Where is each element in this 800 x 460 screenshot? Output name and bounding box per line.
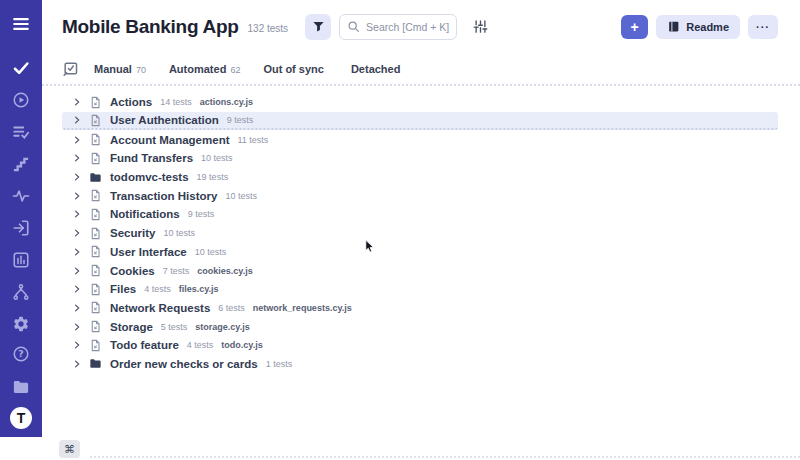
chevron-right-icon[interactable] bbox=[72, 228, 82, 238]
search-input[interactable] bbox=[339, 14, 457, 40]
sidebar-item-runs[interactable] bbox=[8, 87, 34, 113]
file-icon bbox=[89, 339, 102, 352]
menu-button[interactable] bbox=[8, 11, 34, 37]
suite-file-name: cookies.cy.js bbox=[197, 266, 252, 276]
chevron-right-icon[interactable] bbox=[72, 135, 82, 145]
suite-name: Account Management bbox=[110, 134, 230, 146]
readme-button[interactable]: Readme bbox=[656, 15, 740, 39]
chevron-right-icon[interactable] bbox=[72, 209, 82, 219]
suite-row-files[interactable]: Files 4 tests files.cy.js bbox=[62, 280, 778, 299]
sidebar-item-settings[interactable] bbox=[8, 311, 34, 337]
sidebar-item-analytics[interactable] bbox=[8, 247, 34, 273]
view-settings-button[interactable] bbox=[470, 17, 490, 37]
chevron-right-icon[interactable] bbox=[72, 191, 82, 201]
suite-row-storage[interactable]: Storage 5 tests storage.cy.js bbox=[62, 317, 778, 336]
chevron-right-icon[interactable] bbox=[72, 266, 82, 276]
suite-name: User Authentication bbox=[110, 114, 219, 126]
bulk-edit-icon[interactable] bbox=[62, 60, 79, 77]
chevron-right-icon[interactable] bbox=[72, 284, 82, 294]
suite-test-count: 4 tests bbox=[187, 340, 214, 350]
suite-name: Todo feature bbox=[110, 339, 179, 351]
sidebar-item-tests[interactable] bbox=[8, 55, 34, 81]
file-icon bbox=[89, 208, 102, 221]
plus-label: + bbox=[631, 19, 639, 35]
more-options-button[interactable]: ··· bbox=[748, 15, 778, 39]
suite-file-name: todo.cy.js bbox=[221, 340, 262, 350]
suite-row-cookies[interactable]: Cookies 7 tests cookies.cy.js bbox=[62, 261, 778, 280]
file-icon bbox=[89, 245, 102, 258]
suite-row-transaction-history[interactable]: Transaction History 10 tests bbox=[62, 186, 778, 205]
sidebar-item-projects[interactable] bbox=[8, 374, 34, 400]
funnel-icon bbox=[312, 20, 325, 33]
chevron-right-icon[interactable] bbox=[72, 359, 82, 369]
suite-row-actions[interactable]: Actions 14 tests actions.cy.js bbox=[62, 93, 778, 112]
tab-label: Out of sync bbox=[263, 63, 324, 75]
chevron-right-icon[interactable] bbox=[72, 97, 82, 107]
file-icon bbox=[89, 114, 102, 127]
suite-file-name: files.cy.js bbox=[179, 284, 219, 294]
chevron-right-icon[interactable] bbox=[72, 172, 82, 182]
keyboard-shortcuts-button[interactable]: ⌘ bbox=[59, 440, 80, 458]
suite-list: Actions 14 tests actions.cy.js User Auth… bbox=[42, 86, 800, 373]
suite-row-notifications[interactable]: Notifications 9 tests bbox=[62, 205, 778, 224]
suite-test-count: 10 tests bbox=[225, 191, 257, 201]
file-icon bbox=[89, 283, 102, 296]
tab-label: Detached bbox=[351, 63, 401, 75]
chevron-right-icon[interactable] bbox=[72, 153, 82, 163]
add-button[interactable]: + bbox=[621, 15, 648, 39]
sidebar-item-help[interactable] bbox=[8, 341, 34, 367]
import-icon bbox=[12, 219, 30, 237]
footer-divider bbox=[90, 456, 800, 458]
tab-label: Manual bbox=[94, 63, 132, 75]
suite-row-user-interface[interactable]: User Interface 10 tests bbox=[62, 243, 778, 262]
sidebar-item-steps[interactable] bbox=[8, 151, 34, 177]
sidebar-item-activity[interactable] bbox=[8, 183, 34, 209]
folder-icon bbox=[89, 357, 102, 370]
chevron-right-icon[interactable] bbox=[72, 340, 82, 350]
suite-row-todo-feature[interactable]: Todo feature 4 tests todo.cy.js bbox=[62, 336, 778, 355]
list-check-icon bbox=[12, 123, 30, 141]
help-icon bbox=[12, 345, 30, 363]
tab-automated[interactable]: Automated 62 bbox=[169, 63, 240, 75]
suite-row-security[interactable]: Security 10 tests bbox=[62, 224, 778, 243]
tab-manual[interactable]: Manual 70 bbox=[94, 63, 146, 75]
logo-letter: T bbox=[17, 410, 26, 426]
suite-row-fund-transfers[interactable]: Fund Transfers 10 tests bbox=[62, 149, 778, 168]
suite-name: Notifications bbox=[110, 208, 180, 220]
tab-out-of-sync[interactable]: Out of sync bbox=[263, 63, 328, 75]
app-window: T Mobile Banking App 132 tests + Readme … bbox=[0, 0, 800, 460]
suite-row-account-management[interactable]: Account Management 11 tests bbox=[62, 130, 778, 149]
filter-button[interactable] bbox=[305, 14, 331, 40]
sidebar-item-import[interactable] bbox=[8, 215, 34, 241]
suite-file-name: network_requests.cy.js bbox=[253, 303, 352, 313]
suite-file-name: actions.cy.js bbox=[200, 97, 253, 107]
readme-label: Readme bbox=[686, 21, 729, 33]
hamburger-menu-icon bbox=[12, 15, 30, 33]
steps-icon bbox=[12, 155, 30, 173]
sidebar-item-branches[interactable] bbox=[8, 279, 34, 305]
suite-test-count: 11 tests bbox=[238, 135, 269, 145]
suite-name: Fund Transfers bbox=[110, 152, 193, 164]
file-icon bbox=[89, 320, 102, 333]
suite-row-todomvc-tests[interactable]: todomvc-tests 19 tests bbox=[62, 168, 778, 187]
suite-row-network-requests[interactable]: Network Requests 6 tests network_request… bbox=[62, 299, 778, 318]
suite-name: todomvc-tests bbox=[110, 171, 189, 183]
chevron-right-icon[interactable] bbox=[72, 247, 82, 257]
app-logo[interactable]: T bbox=[10, 407, 32, 429]
suite-test-count: 9 tests bbox=[188, 209, 215, 219]
sidebar-nav bbox=[8, 55, 34, 337]
sidebar-item-test-plans[interactable] bbox=[8, 119, 34, 145]
chevron-right-icon[interactable] bbox=[72, 303, 82, 313]
tab-detached[interactable]: Detached bbox=[351, 63, 405, 75]
file-icon bbox=[89, 133, 102, 146]
suite-name: User Interface bbox=[110, 246, 187, 258]
command-key-icon: ⌘ bbox=[64, 443, 75, 456]
play-circle-icon bbox=[12, 91, 30, 109]
chevron-right-icon[interactable] bbox=[72, 322, 82, 332]
chevron-right-icon[interactable] bbox=[72, 115, 82, 125]
suite-test-count: 19 tests bbox=[197, 172, 229, 182]
suite-row-order-new-checks[interactable]: Order new checks or cards 1 tests bbox=[62, 355, 778, 374]
suite-name: Security bbox=[110, 227, 155, 239]
suite-row-user-authentication[interactable]: User Authentication 9 tests bbox=[62, 112, 778, 131]
file-icon bbox=[89, 227, 102, 240]
